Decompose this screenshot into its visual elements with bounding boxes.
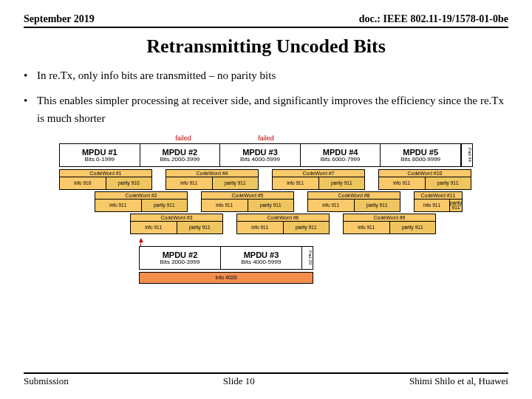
retx-info: Info 4020 xyxy=(139,272,313,284)
retx-mpdu-3: MPDU #3 Bits 4000-5999 xyxy=(221,247,302,269)
codeword-5: CodeWord #5 info 911parity 911 xyxy=(201,191,294,212)
bullet-1: • In re.Tx, only info bits are transmitt… xyxy=(24,66,508,84)
codeword-3: CodeWord #3 info 911parity 911 xyxy=(130,214,223,234)
bullet-dot: • xyxy=(24,66,37,84)
failed-label-3: failed xyxy=(225,134,307,143)
diagram: failed failed MPDU #1 Bits 0-1999 MPDU #… xyxy=(59,134,473,284)
bullet-1-text: In re.Tx, only info bits are transmitted… xyxy=(37,66,276,84)
header-date: September 2019 xyxy=(24,13,95,25)
mpdu-3: MPDU #3 Bits 4000-5999 xyxy=(220,144,301,166)
codeword-8: CodeWord #8 info 911parity 911 xyxy=(307,191,400,212)
mpdu-5: MPDU #5 Bits 8000-9999 xyxy=(381,144,461,166)
failed-label-2: failed xyxy=(142,134,225,143)
retx-mpdu-2: MPDU #2 Bits 2000-3999 xyxy=(140,247,221,269)
header-doc: doc.: IEEE 802.11-19/1578-01-0be xyxy=(359,13,508,25)
retx-arrow-icon: ▲ xyxy=(139,239,313,246)
codeword-4: CodeWord #4 info 911parity 911 xyxy=(166,169,259,190)
footer-left: Submission xyxy=(24,375,69,387)
bullet-dot: • xyxy=(24,92,37,127)
codeword-7: CodeWord #7 info 911parity 911 xyxy=(272,169,365,190)
footer-right: Shimi Shilo et al, Huawei xyxy=(409,375,508,387)
bullet-2-text: This enables simpler processing at recei… xyxy=(37,92,508,127)
codeword-11: CodeWord #11 info 911parity 911 xyxy=(414,191,463,212)
page-title: Retransmitting Uncoded Bits xyxy=(24,35,508,58)
codeword-9: CodeWord #9 info 911parity 911 xyxy=(343,214,436,234)
retx-pad: Pad 20 xyxy=(302,247,313,269)
mpdu-4: MPDU #4 Bits 6000-7999 xyxy=(301,144,381,166)
mpdu-row: MPDU #1 Bits 0-1999 MPDU #2 Bits 2000-39… xyxy=(59,143,473,167)
footer-center: Slide 10 xyxy=(223,375,255,387)
codeword-2: CodeWord #2 info 911parity 911 xyxy=(95,191,188,212)
codeword-10: CodeWord #10 info 911parity 911 xyxy=(378,169,471,190)
mpdu-1: MPDU #1 Bits 0-1999 xyxy=(60,144,140,166)
codeword-6: CodeWord #6 info 911parity 911 xyxy=(236,214,330,234)
mpdu-2: MPDU #2 Bits 2000-3999 xyxy=(140,144,221,166)
bullet-2: • This enables simpler processing at rec… xyxy=(24,92,508,127)
retx-block: ▲ MPDU #2 Bits 2000-3999 MPDU #3 Bits 40… xyxy=(139,239,313,284)
codeword-1: CodeWord #1 info 910parity 910 xyxy=(59,169,152,190)
pad-label: Pad 44 xyxy=(461,144,472,166)
